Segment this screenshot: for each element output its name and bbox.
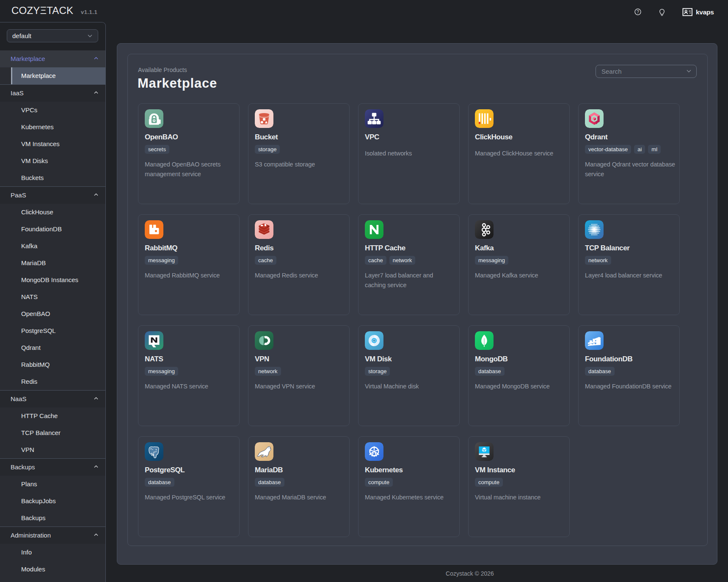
svg-text:?: ? [637, 10, 639, 14]
svg-text:kvaps: kvaps [696, 8, 714, 16]
